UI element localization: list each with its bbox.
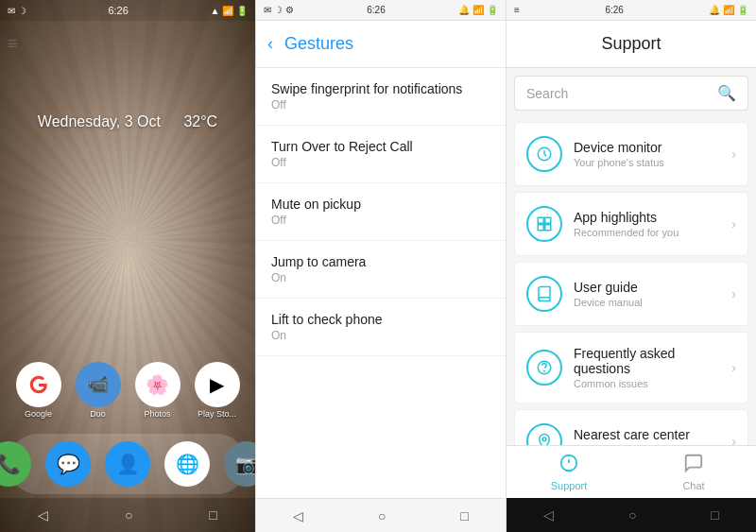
gestures-back-nav[interactable]: ◁ bbox=[293, 508, 303, 523]
care-center-icon bbox=[526, 423, 562, 445]
gestures-list: Swipe fingerprint for notifications Off … bbox=[256, 68, 506, 498]
support-status-bar: ≡ 6:26 🔔 📶 🔋 bbox=[507, 0, 756, 21]
signal-icons: ▲ 📶 🔋 bbox=[211, 6, 248, 16]
faq-chevron: › bbox=[731, 360, 736, 375]
lift-check-name: Lift to check phone bbox=[271, 312, 490, 327]
lift-check-item[interactable]: Lift to check phone On bbox=[256, 299, 506, 356]
user-guide-desc: Device manual bbox=[574, 297, 720, 308]
support-panel: ≡ 6:26 🔔 📶 🔋 ≡ Support Search 🔍 Device m… bbox=[506, 0, 756, 532]
gestures-recents-nav[interactable]: □ bbox=[460, 508, 468, 523]
care-center-item[interactable]: Nearest care center Find help locally › bbox=[514, 409, 748, 445]
contacts-dock-icon[interactable]: 👤 bbox=[105, 441, 150, 487]
support-header: ≡ Support bbox=[507, 21, 756, 68]
turn-over-reject-item[interactable]: Turn Over to Reject Call Off bbox=[256, 126, 506, 183]
device-monitor-icon bbox=[526, 136, 562, 172]
jump-camera-item[interactable]: Jump to camera On bbox=[256, 241, 506, 299]
faq-desc: Common issues bbox=[574, 378, 720, 389]
turn-over-reject-name: Turn Over to Reject Call bbox=[271, 139, 490, 154]
home-datetime: Wednesday, 3 Oct 32°C bbox=[0, 113, 255, 130]
list-item[interactable]: 🌸 Photos bbox=[135, 362, 180, 419]
notification-icons: ✉ ☽ bbox=[8, 6, 26, 16]
photos-app-icon[interactable]: 🌸 bbox=[135, 362, 180, 407]
support-tab[interactable]: Support bbox=[507, 453, 631, 491]
search-placeholder-text: Search bbox=[526, 86, 710, 101]
list-item[interactable]: 📹 Duo bbox=[76, 362, 121, 419]
mute-pickup-status: Off bbox=[271, 214, 490, 227]
play-app-label: Play Sto... bbox=[195, 409, 240, 419]
support-title: Support bbox=[601, 34, 661, 54]
svg-rect-2 bbox=[538, 217, 543, 223]
google-app-label: Google bbox=[16, 409, 61, 419]
status-left-icons: ✉ ☽ bbox=[8, 6, 26, 16]
home-time: 6:26 bbox=[108, 5, 128, 16]
jump-camera-name: Jump to camera bbox=[271, 254, 490, 269]
faq-icon bbox=[526, 350, 562, 386]
support-time: 6:26 bbox=[605, 5, 623, 15]
play-app-icon[interactable]: ▶ bbox=[195, 362, 240, 407]
device-monitor-text: Device monitor Your phone's status bbox=[574, 140, 720, 168]
support-status-right: 🔔 📶 🔋 bbox=[709, 5, 748, 15]
support-search-bar[interactable]: Search 🔍 bbox=[514, 76, 748, 111]
recents-nav-btn[interactable]: □ bbox=[209, 507, 216, 523]
camera-dock-icon[interactable]: 📷 bbox=[224, 441, 255, 487]
support-status-icons: ≡ bbox=[514, 5, 520, 15]
swipe-fingerprint-item[interactable]: Swipe fingerprint for notifications Off bbox=[256, 68, 506, 126]
messages-dock-icon[interactable]: 💬 bbox=[45, 441, 91, 487]
swipe-fingerprint-status: Off bbox=[271, 98, 490, 112]
phone-dock-icon[interactable]: 📞 bbox=[0, 441, 31, 487]
gestures-nav-bar: ◁ ○ □ bbox=[256, 498, 506, 532]
swipe-fingerprint-name: Swipe fingerprint for notifications bbox=[271, 81, 490, 96]
user-guide-icon bbox=[526, 276, 562, 312]
lift-check-status: On bbox=[271, 329, 490, 342]
gestures-title: Gestures bbox=[284, 34, 353, 54]
status-right-icons: ▲ 📶 🔋 bbox=[211, 6, 248, 16]
support-recents-nav[interactable]: □ bbox=[711, 507, 718, 523]
app-highlights-item[interactable]: App highlights Recommended for you › bbox=[514, 192, 748, 256]
gestures-panel: ✉ ☽ ⚙ 6:26 🔔 📶 🔋 ‹ Gestures Swipe finger… bbox=[255, 0, 506, 532]
support-items-list: Device monitor Your phone's status › App… bbox=[507, 118, 756, 445]
support-home-nav[interactable]: ○ bbox=[628, 507, 636, 523]
svg-rect-5 bbox=[545, 225, 551, 231]
user-guide-text: User guide Device manual bbox=[574, 280, 720, 308]
mute-pickup-name: Mute on pickup bbox=[271, 197, 490, 212]
support-menu-icon[interactable]: ≡ bbox=[8, 34, 18, 54]
gestures-back-button[interactable]: ‹ bbox=[267, 34, 273, 54]
support-back-nav[interactable]: ◁ bbox=[543, 507, 554, 523]
chat-tab-icon bbox=[683, 453, 704, 478]
support-tab-icon bbox=[558, 453, 579, 478]
list-item[interactable]: Google bbox=[16, 362, 61, 419]
mute-pickup-item[interactable]: Mute on pickup Off bbox=[256, 183, 506, 241]
gestures-header: ‹ Gestures bbox=[256, 21, 506, 68]
home-date: Wednesday, 3 Oct bbox=[38, 113, 161, 129]
support-bottom-nav: Support Chat bbox=[507, 445, 756, 498]
device-monitor-item[interactable]: Device monitor Your phone's status › bbox=[514, 122, 748, 186]
app-highlights-text: App highlights Recommended for you bbox=[574, 210, 720, 238]
gestures-status-bar: ✉ ☽ ⚙ 6:26 🔔 📶 🔋 bbox=[256, 0, 506, 21]
device-monitor-desc: Your phone's status bbox=[574, 157, 720, 168]
device-monitor-chevron: › bbox=[731, 146, 736, 162]
app-highlights-icon bbox=[526, 206, 562, 242]
home-nav-btn[interactable]: ○ bbox=[125, 507, 132, 523]
google-app-icon[interactable] bbox=[16, 362, 61, 407]
user-guide-item[interactable]: User guide Device manual › bbox=[514, 262, 748, 326]
chrome-dock-icon[interactable]: 🌐 bbox=[164, 441, 210, 487]
user-guide-chevron: › bbox=[731, 286, 736, 301]
svg-rect-3 bbox=[545, 217, 551, 223]
gestures-status-icons: ✉ ☽ ⚙ bbox=[264, 5, 294, 15]
svg-point-8 bbox=[542, 438, 546, 441]
search-icon: 🔍 bbox=[717, 84, 736, 102]
gestures-status-right: 🔔 📶 🔋 bbox=[458, 5, 498, 15]
back-nav-btn[interactable]: ◁ bbox=[38, 507, 48, 523]
photos-app-label: Photos bbox=[135, 409, 180, 419]
device-monitor-name: Device monitor bbox=[574, 140, 720, 155]
svg-point-7 bbox=[544, 370, 545, 371]
list-item[interactable]: ▶ Play Sto... bbox=[195, 362, 240, 419]
home-apps-row: Google 📹 Duo 🌸 Photos ▶ Play Sto... bbox=[0, 362, 255, 419]
faq-item[interactable]: Frequently asked questions Common issues… bbox=[514, 332, 748, 403]
duo-app-icon[interactable]: 📹 bbox=[76, 362, 121, 407]
chat-tab[interactable]: Chat bbox=[631, 453, 756, 491]
home-nav-bar: ◁ ○ □ bbox=[0, 498, 255, 532]
gestures-home-nav[interactable]: ○ bbox=[378, 508, 386, 523]
faq-text: Frequently asked questions Common issues bbox=[574, 346, 720, 389]
app-highlights-desc: Recommended for you bbox=[574, 227, 720, 238]
